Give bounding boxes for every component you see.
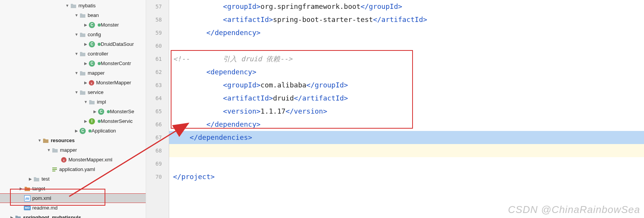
code-line[interactable]: [169, 144, 644, 157]
code-line[interactable]: <groupId>org.springframework.boot</group…: [169, 0, 644, 13]
tree-item-label: controller: [88, 51, 108, 57]
class-icon: C: [88, 22, 95, 28]
chevron-right-icon[interactable]: ▶: [28, 177, 33, 181]
module-icon: [15, 215, 22, 218]
maven-icon: m: [24, 195, 31, 201]
chevron-right-icon[interactable]: ▶: [18, 186, 24, 191]
tree-item[interactable]: ▼service: [0, 87, 146, 97]
tree-item-label: config: [88, 32, 101, 37]
tree-item[interactable]: ▶xMonsterMapper: [0, 78, 146, 87]
chevron-right-icon[interactable]: ▶: [9, 215, 15, 218]
code-line[interactable]: <version>1.1.17</version>: [169, 105, 644, 118]
tree-item-label: Application: [92, 128, 116, 134]
chevron-right-icon[interactable]: ▶: [83, 80, 88, 85]
tree-item-label: test: [42, 176, 50, 182]
code-line[interactable]: </dependency>: [169, 26, 644, 39]
tree-item-label: MonsterContr: [101, 60, 131, 66]
chevron-down-icon[interactable]: ▼: [74, 71, 79, 75]
markdown-icon: MD: [24, 205, 31, 211]
yaml-icon: [52, 166, 58, 173]
tree-item-label: DruidDataSour: [101, 41, 134, 47]
folder-icon: [79, 12, 86, 18]
tree-item[interactable]: ▼mybatis: [0, 1, 146, 10]
line-number: 58: [146, 13, 162, 26]
code-line[interactable]: <artifactId>druid</artifactId>: [169, 92, 644, 105]
chevron-right-icon[interactable]: ▶: [83, 42, 88, 46]
tree-item[interactable]: ▼bean: [0, 10, 146, 20]
tree-item[interactable]: ▼mapper: [0, 145, 146, 155]
tree-item-label: target: [32, 186, 45, 191]
tree-item-label: pom.xml: [32, 195, 51, 201]
code-line[interactable]: </dependency>: [169, 118, 644, 131]
vcs-dot-icon: [98, 62, 101, 65]
chevron-down-icon[interactable]: ▼: [74, 32, 79, 37]
tree-item[interactable]: ▶C Application: [0, 126, 146, 136]
tree-item-label: application.yaml: [59, 166, 95, 172]
folder-icon: [79, 70, 86, 76]
tree-item[interactable]: ▶test: [0, 174, 146, 184]
tree-item-label: Monster: [101, 22, 119, 28]
line-number: 62: [146, 65, 162, 79]
tree-item-label: springboot_mybatispuls: [23, 215, 81, 218]
tree-item[interactable]: ▼config: [0, 30, 146, 39]
code-line[interactable]: [169, 157, 644, 170]
tree-item-label: mybatis: [78, 3, 96, 8]
chevron-down-icon[interactable]: ▼: [83, 100, 88, 104]
tree-item-label: bean: [88, 12, 99, 18]
code-line[interactable]: <groupId>com.alibaba</groupId>: [169, 79, 644, 92]
tree-item[interactable]: ▶target: [0, 184, 146, 193]
tree-item[interactable]: ▶I MonsterServic: [0, 116, 146, 126]
line-number: 63: [146, 79, 162, 92]
folder-icon: [33, 176, 40, 182]
code-line[interactable]: </dependencies>: [169, 131, 644, 144]
chevron-right-icon[interactable]: ▶: [92, 109, 98, 114]
code-line[interactable]: <dependency>: [169, 65, 644, 79]
project-tree[interactable]: ▼mybatis▼bean▶C Monster▼config▶C DruidDa…: [0, 0, 146, 218]
tree-item[interactable]: ▶C MonsterSe: [0, 107, 146, 116]
line-number: 66: [146, 118, 162, 131]
class-icon: C: [79, 128, 86, 134]
tree-item[interactable]: MDreadme.md: [0, 203, 146, 213]
tree-item[interactable]: application.yaml: [0, 164, 146, 174]
chevron-down-icon[interactable]: ▼: [65, 3, 70, 8]
chevron-down-icon[interactable]: ▼: [46, 148, 52, 152]
chevron-right-icon[interactable]: ▶: [83, 23, 88, 27]
chevron-right-icon[interactable]: ▶: [83, 119, 88, 123]
chevron-down-icon[interactable]: ▼: [74, 52, 79, 56]
tree-item[interactable]: ▼controller: [0, 49, 146, 59]
code-line[interactable]: [169, 39, 644, 52]
line-number: 69: [146, 157, 162, 170]
vcs-dot-icon: [88, 129, 92, 132]
line-number: 57: [146, 0, 162, 13]
code-line[interactable]: </project>: [169, 170, 644, 183]
tree-item[interactable]: ▼impl: [0, 97, 146, 107]
svg-text:x: x: [63, 158, 65, 162]
vcs-dot-icon: [98, 23, 101, 27]
tree-item-label: MonsterMapper: [96, 80, 131, 86]
tree-item[interactable]: ▼mapper: [0, 68, 146, 78]
tree-item[interactable]: ▶springboot_mybatispuls: [0, 213, 146, 218]
line-number: 60: [146, 39, 162, 52]
chevron-down-icon[interactable]: ▼: [37, 138, 42, 143]
folder-icon: [79, 89, 86, 96]
line-number: 59: [146, 26, 162, 39]
tree-item[interactable]: mpom.xml: [0, 193, 146, 203]
class-icon: C: [88, 41, 95, 47]
tree-item[interactable]: ▼resources: [0, 136, 146, 145]
code-editor[interactable]: <groupId>org.springframework.boot</group…: [169, 0, 644, 218]
folder-icon: [79, 51, 86, 57]
tree-item[interactable]: ▶C Monster: [0, 20, 146, 30]
code-line[interactable]: <artifactId>spring-boot-starter-test</ar…: [169, 13, 644, 26]
class-icon: C: [88, 60, 95, 67]
svg-text:x: x: [91, 81, 93, 85]
chevron-right-icon[interactable]: ▶: [74, 129, 79, 133]
chevron-right-icon[interactable]: ▶: [83, 61, 88, 65]
tree-item[interactable]: ▶C MonsterContr: [0, 59, 146, 68]
folder-icon: [52, 147, 58, 153]
chevron-down-icon[interactable]: ▼: [74, 13, 79, 17]
code-line[interactable]: <!-- 引入 druid 依赖-->: [169, 52, 644, 65]
class-icon: C: [98, 109, 105, 115]
tree-item[interactable]: xMonsterMapper.xml: [0, 155, 146, 164]
tree-item[interactable]: ▶C DruidDataSour: [0, 39, 146, 49]
chevron-down-icon[interactable]: ▼: [74, 90, 79, 94]
